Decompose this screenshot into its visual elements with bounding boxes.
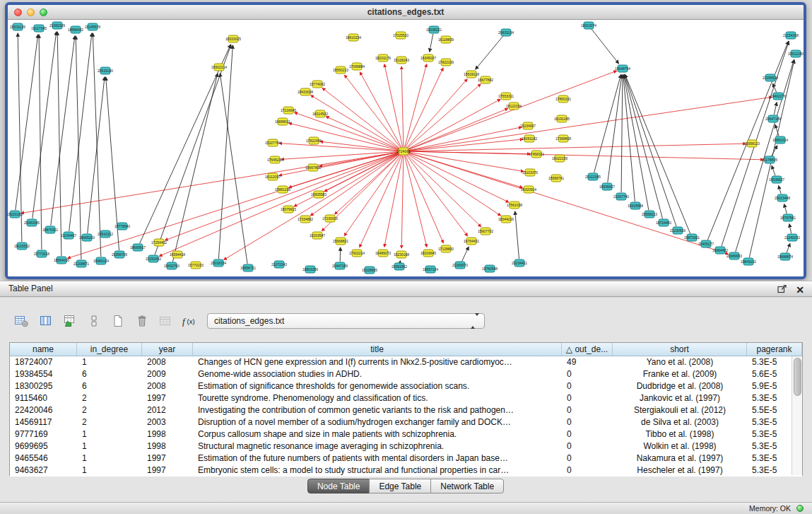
network-edge[interactable] [401, 66, 404, 147]
table-row[interactable]: 946554611997Estimation of the future num… [10, 452, 802, 465]
column-header-short[interactable]: short [613, 343, 747, 356]
table-row[interactable]: 911546021997Tourette syndrome. Phenomeno… [10, 392, 802, 404]
row-height-icon[interactable] [85, 313, 102, 329]
network-edge[interactable] [736, 60, 794, 252]
network-edge[interactable] [789, 224, 792, 233]
table-cell[interactable]: 0 [562, 416, 613, 428]
table-cell[interactable]: de Silva et al. (2003) [613, 416, 747, 428]
table-cell[interactable]: 2008 [142, 356, 193, 368]
table-cell[interactable]: Disruption of a novel member of a sodium… [193, 416, 562, 428]
table-cell[interactable]: 6 [77, 380, 142, 392]
import-table-icon[interactable] [61, 313, 78, 329]
network-edge[interactable] [311, 95, 400, 149]
network-edge[interactable] [408, 71, 617, 150]
tab-edge-table[interactable]: Edge Table [369, 479, 431, 493]
table-cell[interactable]: Changes of HCN gene expression and I(f) … [193, 356, 562, 368]
table-cell[interactable]: 9777169 [10, 428, 77, 440]
table-cell[interactable]: 9699695 [10, 440, 77, 452]
table-cell[interactable]: 1 [77, 452, 142, 465]
network-edge[interactable] [608, 75, 622, 182]
network-edge[interactable] [515, 211, 519, 259]
network-edge[interactable] [384, 64, 403, 147]
network-edge[interactable] [405, 64, 427, 148]
network-edge[interactable] [33, 32, 57, 218]
table-cell[interactable]: 2 [77, 392, 142, 404]
network-table-select[interactable]: citations_edges.txt [207, 313, 485, 329]
network-edge[interactable] [69, 33, 92, 231]
table-cell[interactable]: 14569117 [10, 416, 77, 428]
rename-table-icon[interactable] [157, 313, 175, 329]
network-edge[interactable] [326, 117, 399, 150]
close-window-button[interactable] [14, 8, 22, 16]
minimize-window-button[interactable] [27, 8, 35, 16]
table-cell[interactable]: 0 [562, 404, 613, 416]
table-cell[interactable]: 0 [562, 452, 613, 465]
show-columns-icon[interactable] [37, 313, 54, 329]
table-cell[interactable]: 18300295 [10, 380, 77, 392]
table-cell[interactable]: 18724007 [10, 356, 77, 368]
network-edge[interactable] [408, 153, 729, 254]
network-edge[interactable] [462, 247, 469, 262]
table-cell[interactable]: 2012 [142, 404, 193, 416]
table-cell[interactable]: Investigating the contribution of common… [193, 404, 562, 416]
network-edge[interactable] [289, 123, 400, 151]
table-row[interactable]: 946362711997Embryonic stem cells: a mode… [10, 465, 802, 477]
network-edge[interactable] [279, 144, 399, 151]
network-edge[interactable] [21, 152, 399, 214]
column-header-title[interactable]: title [193, 343, 562, 356]
table-cell[interactable]: 1 [77, 465, 142, 477]
table-row[interactable]: 1830029562008Estimation of significance … [10, 380, 802, 392]
tab-network-table[interactable]: Network Table [430, 479, 504, 493]
column-header-out_de[interactable]: △ out_de... [562, 343, 613, 356]
delete-table-icon[interactable] [133, 313, 151, 329]
network-edge[interactable] [159, 153, 399, 256]
network-edge[interactable] [625, 74, 690, 233]
close-panel-icon[interactable]: ✕ [796, 285, 804, 295]
network-edge[interactable] [408, 151, 763, 160]
network-edge[interactable] [360, 72, 401, 148]
create-table-icon[interactable] [109, 313, 126, 329]
table-cell[interactable]: 1998 [142, 428, 193, 440]
network-edge[interactable] [476, 36, 503, 70]
network-edge[interactable] [220, 74, 247, 264]
table-cell[interactable]: 0 [562, 392, 613, 404]
table-cell[interactable]: 0 [562, 440, 613, 452]
table-cell[interactable]: 2008 [142, 380, 193, 392]
table-row[interactable]: 1872400712008Changes of HCN gene express… [10, 356, 802, 368]
network-edge[interactable] [335, 154, 401, 214]
table-cell[interactable]: 1 [77, 440, 142, 452]
network-window-titlebar[interactable]: citations_edges.txt [8, 5, 804, 20]
network-edge[interactable] [16, 35, 38, 210]
table-cell[interactable]: 49 [562, 356, 613, 368]
network-edge[interactable] [407, 84, 481, 148]
table-cell[interactable]: 1997 [142, 452, 193, 465]
network-edge[interactable] [592, 29, 619, 64]
table-cell[interactable]: 1997 [142, 465, 193, 477]
network-edge[interactable] [165, 153, 399, 240]
network-edge[interactable] [787, 243, 790, 252]
float-panel-icon[interactable] [777, 284, 787, 296]
network-edge[interactable] [430, 34, 433, 52]
network-edge[interactable] [39, 35, 42, 250]
network-edge[interactable] [172, 74, 218, 262]
function-builder-icon[interactable]: f(x) [181, 313, 199, 329]
network-edge[interactable] [774, 103, 777, 115]
table-cell[interactable]: 9465546 [10, 452, 77, 465]
table-cell[interactable]: 0 [562, 368, 613, 380]
table-cell[interactable]: 0 [562, 465, 613, 477]
table-cell[interactable]: 2003 [142, 416, 193, 428]
network-edge[interactable] [406, 155, 468, 236]
network-edge[interactable] [140, 45, 231, 243]
table-cell[interactable]: 1 [77, 428, 142, 440]
table-vertical-scrollbar[interactable] [792, 356, 802, 475]
table-cell[interactable]: Embryonic stem cells: a model to study s… [193, 465, 562, 477]
network-edge[interactable] [405, 156, 443, 243]
table-row[interactable]: 1938455462009Genome-wide association stu… [10, 368, 802, 380]
table-cell[interactable]: Tibbo et al. (1998) [613, 428, 747, 440]
table-cell[interactable]: Nakamura et al. (1997) [613, 452, 747, 465]
table-cell[interactable]: 1 [77, 356, 142, 368]
table-cell[interactable]: 0 [562, 428, 613, 440]
network-edge[interactable] [779, 186, 782, 194]
network-edge[interactable] [345, 75, 401, 148]
network-edge[interactable] [88, 77, 105, 233]
